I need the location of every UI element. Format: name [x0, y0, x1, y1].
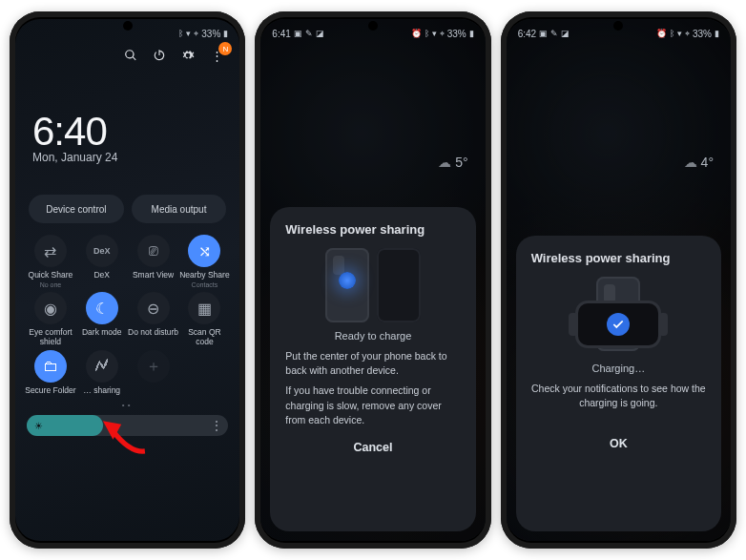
diagram-watch [578, 303, 658, 345]
status-time: 6:41 [272, 29, 290, 39]
power-share-sheet: Wireless power sharing Charging… Check y… [516, 236, 721, 531]
phone-frame-1: ᛒ ▾ ⌖ 33% ▮ ⋮ N 6:40 Mon, January 24 Dev… [10, 11, 245, 549]
location-icon: ⌖ [440, 29, 445, 39]
tile-dex[interactable]: DeX DeX [76, 235, 128, 288]
page-indicator: •• [15, 395, 239, 411]
search-icon[interactable] [123, 48, 138, 63]
weather-temp: 5° [455, 155, 467, 170]
folder-icon: 🗀 [43, 358, 58, 375]
tile-nearby-share[interactable]: ⤭ Nearby Share Contacts [178, 235, 230, 288]
brightness-slider[interactable]: ☀ ⋮ [27, 415, 228, 436]
quick-tiles-grid: ⇄ Quick Share No one DeX DeX ⎚ Smart Vie… [15, 231, 239, 395]
media-output-chip[interactable]: Media output [132, 195, 227, 223]
panel-clock-time: 6:40 [32, 109, 239, 155]
panel-header-actions: ⋮ N [15, 40, 239, 67]
power-icon[interactable] [152, 48, 167, 63]
cloud-icon: ☁ [684, 155, 697, 170]
alarm-icon: ⏰ [411, 29, 422, 38]
sim-icon: ◪ [561, 29, 570, 38]
battery-icon: ▮ [715, 29, 719, 38]
weather-temp: 4° [701, 155, 714, 170]
tile-scan-qr[interactable]: ▦ Scan QR code [178, 292, 230, 346]
camera-notch [613, 21, 623, 31]
brightness-more-icon[interactable]: ⋮ [211, 419, 222, 432]
device-control-chip[interactable]: Device control [29, 195, 124, 223]
tile-eye-comfort[interactable]: ◉ Eye comfort shield [25, 292, 76, 346]
cast-icon: ⎚ [149, 242, 158, 259]
bluetooth-icon: ᛒ [670, 29, 674, 38]
sim-icon: ◪ [316, 29, 324, 38]
alarm-icon: ⏰ [656, 29, 667, 38]
screenshot-icon: ▣ [539, 29, 548, 38]
sheet-title: Wireless power sharing [285, 222, 460, 237]
charging-diagram [561, 277, 675, 353]
tile-do-not-disturb[interactable]: ⊖ Do not disturb [128, 292, 179, 346]
check-icon [607, 313, 630, 336]
sheet-body-1: Put the center of your phone back to bac… [285, 349, 460, 378]
dex-icon: DeX [93, 246, 111, 256]
panel-clock-date: Mon, January 24 [32, 151, 239, 164]
cloud-icon: ☁ [438, 155, 451, 170]
share-icon: ⇄ [44, 242, 56, 260]
power-share-sheet: Wireless power sharing Ready to charge P… [270, 207, 475, 531]
edit-icon: ✎ [305, 29, 313, 38]
sheet-status: Ready to charge [285, 330, 460, 342]
tile-add[interactable]: ＋ [128, 350, 179, 395]
notification-badge: N [218, 42, 232, 55]
camera-notch [123, 21, 133, 31]
status-time: 6:42 [518, 29, 536, 39]
sheet-body: Check your notifications to see how the … [531, 382, 706, 410]
sheet-status: Charging… [531, 363, 706, 374]
diagram-phone-target [377, 248, 421, 322]
tile-smart-view[interactable]: ⎚ Smart View [128, 235, 179, 288]
location-icon: ⌖ [194, 29, 198, 39]
cancel-button[interactable]: Cancel [285, 427, 460, 454]
moon-icon: ☾ [95, 300, 109, 318]
sheet-body-2: If you have trouble connecting or chargi… [285, 384, 460, 427]
screen-ready-to-charge: 6:41 ▣ ✎ ◪ ⏰ ᛒ ▾ ⌖ 33% ▮ ☁ 5° Wireless p… [260, 19, 485, 541]
battery-icon: ▮ [469, 29, 474, 38]
battery-percent: 33% [447, 29, 466, 39]
tile-dark-mode[interactable]: ☾ Dark mode [76, 292, 128, 346]
weather-widget[interactable]: ☁ 5° [260, 155, 485, 170]
tile-power-sharing[interactable]: 🗲 … sharing [76, 350, 128, 395]
plus-icon: ＋ [146, 357, 161, 377]
nearby-icon: ⤭ [198, 242, 211, 260]
camera-notch [368, 21, 378, 31]
edit-icon: ✎ [550, 29, 558, 38]
dnd-icon: ⊖ [147, 300, 159, 318]
battery-percent: 33% [693, 29, 712, 39]
wifi-icon: ▾ [677, 29, 682, 38]
screen-charging: 6:42 ▣ ✎ ◪ ⏰ ᛒ ▾ ⌖ 33% ▮ ☁ 4° Wireless p… [507, 19, 731, 541]
phone-frame-3: 6:42 ▣ ✎ ◪ ⏰ ᛒ ▾ ⌖ 33% ▮ ☁ 4° Wireless p… [501, 11, 736, 549]
battery-icon: ▮ [223, 29, 228, 38]
qr-icon: ▦ [197, 300, 212, 318]
battery-share-icon: 🗲 [94, 358, 110, 375]
weather-widget[interactable]: ☁ 4° [507, 155, 731, 170]
screenshot-icon: ▣ [294, 29, 302, 38]
tile-quick-share[interactable]: ⇄ Quick Share No one [25, 235, 76, 288]
tile-secure-folder[interactable]: 🗀 Secure Folder [25, 350, 76, 395]
battery-percent: 33% [201, 29, 220, 39]
wifi-icon: ▾ [432, 29, 437, 38]
location-icon: ⌖ [685, 29, 690, 39]
screen-quick-panel: ᛒ ▾ ⌖ 33% ▮ ⋮ N 6:40 Mon, January 24 Dev… [15, 19, 239, 541]
phone-frame-2: 6:41 ▣ ✎ ◪ ⏰ ᛒ ▾ ⌖ 33% ▮ ☁ 5° Wireless p… [255, 11, 490, 549]
bluetooth-icon: ᛒ [425, 29, 429, 38]
settings-icon[interactable] [180, 48, 196, 63]
ok-button[interactable]: OK [531, 410, 706, 450]
sheet-title: Wireless power sharing [531, 251, 706, 265]
eye-icon: ◉ [44, 300, 57, 318]
bluetooth-icon: ᛒ [178, 29, 183, 38]
wifi-icon: ▾ [186, 29, 191, 38]
charge-glow-icon [339, 272, 356, 289]
diagram-phone-source [325, 248, 369, 322]
sun-icon: ☀ [34, 421, 43, 431]
placement-diagram [285, 248, 460, 322]
